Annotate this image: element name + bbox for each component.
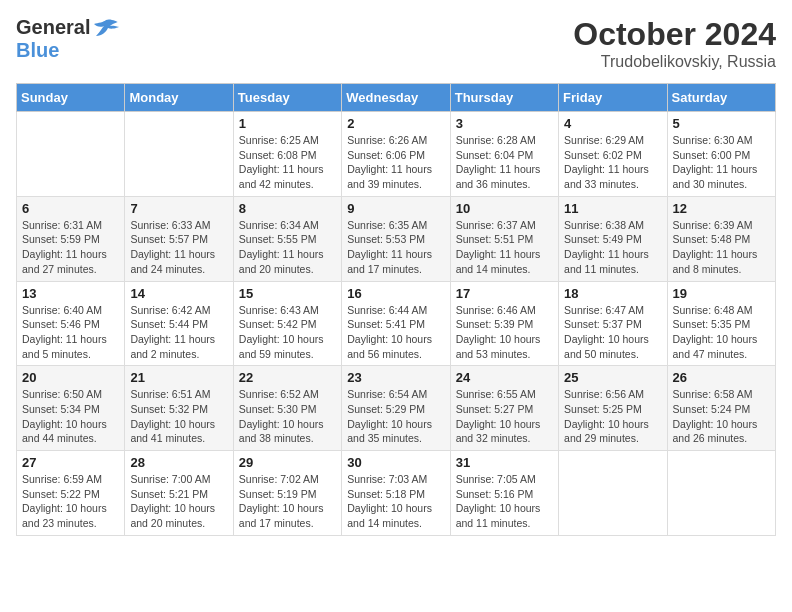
calendar-day-cell: 21Sunrise: 6:51 AM Sunset: 5:32 PM Dayli… bbox=[125, 366, 233, 451]
calendar-day-cell: 19Sunrise: 6:48 AM Sunset: 5:35 PM Dayli… bbox=[667, 281, 775, 366]
day-info: Sunrise: 6:46 AM Sunset: 5:39 PM Dayligh… bbox=[456, 303, 553, 362]
calendar-day-header: Wednesday bbox=[342, 84, 450, 112]
calendar-day-cell bbox=[17, 112, 125, 197]
title-block: October 2024 Trudobelikovskiy, Russia bbox=[573, 16, 776, 71]
day-number: 10 bbox=[456, 201, 553, 216]
day-number: 29 bbox=[239, 455, 336, 470]
day-info: Sunrise: 6:55 AM Sunset: 5:27 PM Dayligh… bbox=[456, 387, 553, 446]
calendar-day-cell: 1Sunrise: 6:25 AM Sunset: 6:08 PM Daylig… bbox=[233, 112, 341, 197]
calendar-day-cell: 20Sunrise: 6:50 AM Sunset: 5:34 PM Dayli… bbox=[17, 366, 125, 451]
day-number: 6 bbox=[22, 201, 119, 216]
day-number: 20 bbox=[22, 370, 119, 385]
calendar-day-cell: 24Sunrise: 6:55 AM Sunset: 5:27 PM Dayli… bbox=[450, 366, 558, 451]
calendar-day-header: Friday bbox=[559, 84, 667, 112]
calendar-day-cell: 22Sunrise: 6:52 AM Sunset: 5:30 PM Dayli… bbox=[233, 366, 341, 451]
day-number: 11 bbox=[564, 201, 661, 216]
logo-general-text: General bbox=[16, 16, 90, 39]
day-info: Sunrise: 6:26 AM Sunset: 6:06 PM Dayligh… bbox=[347, 133, 444, 192]
day-info: Sunrise: 6:58 AM Sunset: 5:24 PM Dayligh… bbox=[673, 387, 770, 446]
day-info: Sunrise: 6:42 AM Sunset: 5:44 PM Dayligh… bbox=[130, 303, 227, 362]
calendar-day-cell bbox=[667, 451, 775, 536]
month-title: October 2024 bbox=[573, 16, 776, 53]
calendar-day-cell: 28Sunrise: 7:00 AM Sunset: 5:21 PM Dayli… bbox=[125, 451, 233, 536]
day-info: Sunrise: 6:52 AM Sunset: 5:30 PM Dayligh… bbox=[239, 387, 336, 446]
calendar-day-cell: 14Sunrise: 6:42 AM Sunset: 5:44 PM Dayli… bbox=[125, 281, 233, 366]
calendar-day-cell: 31Sunrise: 7:05 AM Sunset: 5:16 PM Dayli… bbox=[450, 451, 558, 536]
calendar-week-row: 1Sunrise: 6:25 AM Sunset: 6:08 PM Daylig… bbox=[17, 112, 776, 197]
calendar-day-cell: 4Sunrise: 6:29 AM Sunset: 6:02 PM Daylig… bbox=[559, 112, 667, 197]
day-info: Sunrise: 6:50 AM Sunset: 5:34 PM Dayligh… bbox=[22, 387, 119, 446]
calendar-week-row: 6Sunrise: 6:31 AM Sunset: 5:59 PM Daylig… bbox=[17, 196, 776, 281]
day-info: Sunrise: 6:54 AM Sunset: 5:29 PM Dayligh… bbox=[347, 387, 444, 446]
day-info: Sunrise: 7:03 AM Sunset: 5:18 PM Dayligh… bbox=[347, 472, 444, 531]
calendar-day-cell bbox=[125, 112, 233, 197]
day-info: Sunrise: 6:29 AM Sunset: 6:02 PM Dayligh… bbox=[564, 133, 661, 192]
day-info: Sunrise: 6:51 AM Sunset: 5:32 PM Dayligh… bbox=[130, 387, 227, 446]
calendar-header-row: SundayMondayTuesdayWednesdayThursdayFrid… bbox=[17, 84, 776, 112]
day-info: Sunrise: 6:35 AM Sunset: 5:53 PM Dayligh… bbox=[347, 218, 444, 277]
day-number: 13 bbox=[22, 286, 119, 301]
calendar-day-cell: 18Sunrise: 6:47 AM Sunset: 5:37 PM Dayli… bbox=[559, 281, 667, 366]
day-number: 14 bbox=[130, 286, 227, 301]
day-number: 3 bbox=[456, 116, 553, 131]
logo-blue-text: Blue bbox=[16, 39, 59, 61]
calendar-week-row: 13Sunrise: 6:40 AM Sunset: 5:46 PM Dayli… bbox=[17, 281, 776, 366]
calendar-day-cell: 30Sunrise: 7:03 AM Sunset: 5:18 PM Dayli… bbox=[342, 451, 450, 536]
calendar-day-cell: 10Sunrise: 6:37 AM Sunset: 5:51 PM Dayli… bbox=[450, 196, 558, 281]
day-number: 19 bbox=[673, 286, 770, 301]
calendar-day-cell: 7Sunrise: 6:33 AM Sunset: 5:57 PM Daylig… bbox=[125, 196, 233, 281]
page-header: General Blue October 2024 Trudobelikovsk… bbox=[16, 16, 776, 71]
day-number: 31 bbox=[456, 455, 553, 470]
day-info: Sunrise: 7:02 AM Sunset: 5:19 PM Dayligh… bbox=[239, 472, 336, 531]
calendar-day-header: Tuesday bbox=[233, 84, 341, 112]
day-number: 21 bbox=[130, 370, 227, 385]
day-info: Sunrise: 6:40 AM Sunset: 5:46 PM Dayligh… bbox=[22, 303, 119, 362]
day-number: 27 bbox=[22, 455, 119, 470]
day-number: 22 bbox=[239, 370, 336, 385]
day-number: 16 bbox=[347, 286, 444, 301]
day-number: 4 bbox=[564, 116, 661, 131]
calendar-day-cell: 27Sunrise: 6:59 AM Sunset: 5:22 PM Dayli… bbox=[17, 451, 125, 536]
day-info: Sunrise: 6:59 AM Sunset: 5:22 PM Dayligh… bbox=[22, 472, 119, 531]
day-number: 25 bbox=[564, 370, 661, 385]
calendar-day-cell: 2Sunrise: 6:26 AM Sunset: 6:06 PM Daylig… bbox=[342, 112, 450, 197]
day-info: Sunrise: 6:43 AM Sunset: 5:42 PM Dayligh… bbox=[239, 303, 336, 362]
day-info: Sunrise: 6:47 AM Sunset: 5:37 PM Dayligh… bbox=[564, 303, 661, 362]
day-info: Sunrise: 6:37 AM Sunset: 5:51 PM Dayligh… bbox=[456, 218, 553, 277]
calendar-day-cell: 9Sunrise: 6:35 AM Sunset: 5:53 PM Daylig… bbox=[342, 196, 450, 281]
day-info: Sunrise: 6:31 AM Sunset: 5:59 PM Dayligh… bbox=[22, 218, 119, 277]
calendar-day-cell: 16Sunrise: 6:44 AM Sunset: 5:41 PM Dayli… bbox=[342, 281, 450, 366]
day-number: 7 bbox=[130, 201, 227, 216]
day-number: 5 bbox=[673, 116, 770, 131]
day-number: 12 bbox=[673, 201, 770, 216]
day-number: 26 bbox=[673, 370, 770, 385]
calendar-day-cell: 23Sunrise: 6:54 AM Sunset: 5:29 PM Dayli… bbox=[342, 366, 450, 451]
calendar-day-header: Thursday bbox=[450, 84, 558, 112]
calendar-day-cell: 13Sunrise: 6:40 AM Sunset: 5:46 PM Dayli… bbox=[17, 281, 125, 366]
day-info: Sunrise: 6:39 AM Sunset: 5:48 PM Dayligh… bbox=[673, 218, 770, 277]
day-number: 2 bbox=[347, 116, 444, 131]
day-number: 30 bbox=[347, 455, 444, 470]
day-info: Sunrise: 6:30 AM Sunset: 6:00 PM Dayligh… bbox=[673, 133, 770, 192]
day-info: Sunrise: 6:56 AM Sunset: 5:25 PM Dayligh… bbox=[564, 387, 661, 446]
day-number: 9 bbox=[347, 201, 444, 216]
day-number: 8 bbox=[239, 201, 336, 216]
day-info: Sunrise: 7:05 AM Sunset: 5:16 PM Dayligh… bbox=[456, 472, 553, 531]
day-info: Sunrise: 6:28 AM Sunset: 6:04 PM Dayligh… bbox=[456, 133, 553, 192]
day-info: Sunrise: 6:44 AM Sunset: 5:41 PM Dayligh… bbox=[347, 303, 444, 362]
day-info: Sunrise: 6:34 AM Sunset: 5:55 PM Dayligh… bbox=[239, 218, 336, 277]
location-title: Trudobelikovskiy, Russia bbox=[573, 53, 776, 71]
calendar-day-cell: 29Sunrise: 7:02 AM Sunset: 5:19 PM Dayli… bbox=[233, 451, 341, 536]
calendar-day-cell: 6Sunrise: 6:31 AM Sunset: 5:59 PM Daylig… bbox=[17, 196, 125, 281]
logo: General Blue bbox=[16, 16, 120, 62]
calendar-day-header: Sunday bbox=[17, 84, 125, 112]
day-info: Sunrise: 6:33 AM Sunset: 5:57 PM Dayligh… bbox=[130, 218, 227, 277]
day-number: 15 bbox=[239, 286, 336, 301]
calendar-table: SundayMondayTuesdayWednesdayThursdayFrid… bbox=[16, 83, 776, 536]
calendar-day-cell: 17Sunrise: 6:46 AM Sunset: 5:39 PM Dayli… bbox=[450, 281, 558, 366]
calendar-day-cell: 26Sunrise: 6:58 AM Sunset: 5:24 PM Dayli… bbox=[667, 366, 775, 451]
day-number: 17 bbox=[456, 286, 553, 301]
day-info: Sunrise: 6:38 AM Sunset: 5:49 PM Dayligh… bbox=[564, 218, 661, 277]
calendar-day-header: Saturday bbox=[667, 84, 775, 112]
day-number: 23 bbox=[347, 370, 444, 385]
